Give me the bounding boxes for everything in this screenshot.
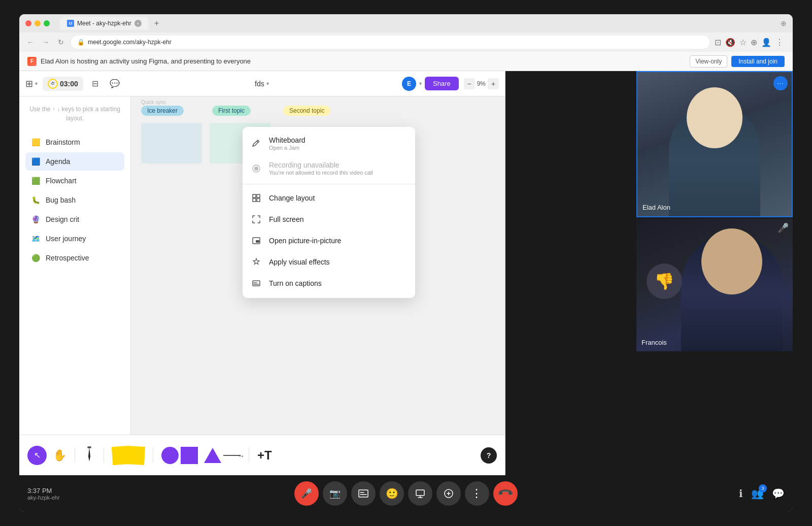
recording-content: Recording unavailable You're not allowed…: [269, 161, 373, 176]
shapes-tool[interactable]: [161, 447, 198, 464]
address-bar[interactable]: 🔒 meet.google.com/aky-hzpk-ehr: [71, 36, 709, 49]
pip-icon: [251, 235, 262, 246]
view-toggle-button[interactable]: ⊟: [88, 77, 103, 91]
emoji-button[interactable]: 🙂: [380, 481, 404, 506]
sidebar-item-design-crit[interactable]: 🔮 Design crit: [25, 210, 124, 228]
shapes-tool-2[interactable]: →: [204, 448, 241, 463]
menu-item-pip[interactable]: Open picture-in-picture: [243, 230, 415, 251]
info-button[interactable]: ℹ: [739, 487, 743, 500]
help-button[interactable]: ?: [481, 447, 497, 464]
zoom-out-button[interactable]: −: [464, 78, 475, 89]
tab-close-button[interactable]: ×: [134, 20, 142, 27]
svg-rect-4: [253, 199, 256, 202]
pen-tool[interactable]: [83, 446, 95, 465]
sidebar-item-user-journey[interactable]: 🗺️ User journey: [25, 229, 124, 248]
hand-icon: ✋: [53, 449, 66, 462]
browser-title-bar: M Meet - aky-hzpk-ehr × + ⊕: [19, 14, 793, 32]
visual-effects-label: Apply visual effects: [269, 258, 330, 266]
figma-left-panel: Use the ↑ ↓ keys to pick a starting layo…: [19, 96, 131, 435]
video-placeholder-1: ··· Elad Alon: [637, 72, 792, 216]
sidebar-item-brainstorm[interactable]: 🟨 Brainstorm: [25, 133, 124, 151]
minimize-button[interactable]: [35, 20, 41, 26]
sidebar-item-bug-bash[interactable]: 🐛 Bug bash: [25, 191, 124, 209]
toolbar-divider-2: [104, 448, 104, 463]
menu-item-change-layout[interactable]: Change layout: [243, 187, 415, 209]
bug-bash-label: Bug bash: [46, 196, 76, 204]
cursor-tool[interactable]: ↖: [27, 446, 47, 465]
full-screen-icon: [251, 214, 262, 225]
elad-options-badge[interactable]: ···: [773, 76, 788, 90]
timer-icon: ⏱: [48, 79, 58, 89]
back-button[interactable]: ←: [25, 38, 36, 46]
whiteboard-subtitle: Open a Jam: [269, 145, 306, 151]
menu-item-whiteboard[interactable]: Whiteboard Open a Jam: [243, 131, 415, 156]
text-icon: +T: [257, 448, 272, 462]
tag-ice-breaker: Ice breaker: [141, 106, 184, 116]
francois-name-label: Francois: [641, 339, 667, 346]
present-button[interactable]: [408, 481, 432, 506]
svg-rect-12: [359, 490, 368, 497]
activities-button[interactable]: [436, 481, 461, 506]
project-name[interactable]: fds ▾: [255, 80, 269, 88]
view-only-button[interactable]: View-only: [690, 55, 727, 68]
menu-item-captions[interactable]: Turn on captions: [243, 273, 415, 294]
cursor-icon: ↖: [34, 450, 41, 460]
mute-button[interactable]: 🎤: [294, 481, 319, 506]
end-call-button[interactable]: 📞: [493, 481, 518, 506]
figma-logo-area[interactable]: ⊞ ▾: [25, 78, 38, 89]
zoom-in-button[interactable]: +: [488, 78, 499, 89]
install-join-button[interactable]: Install and join: [731, 56, 785, 67]
cast-icon[interactable]: ⊡: [715, 38, 721, 47]
forward-button[interactable]: →: [41, 38, 51, 46]
camera-button[interactable]: 📷: [323, 481, 347, 506]
arrow-shape: →: [223, 455, 241, 456]
circle-shape: [161, 447, 179, 464]
timer-text: 03:00: [60, 80, 78, 88]
menu-item-recording: Recording unavailable You're not allowed…: [243, 156, 415, 181]
mute-tab-icon[interactable]: 🔇: [725, 38, 735, 47]
captions-button[interactable]: [351, 481, 376, 506]
reload-button[interactable]: ↻: [56, 38, 66, 46]
zoom-controls: − 9% +: [464, 78, 499, 89]
maximize-button[interactable]: [44, 20, 50, 26]
sidebar-item-agenda[interactable]: 🟦 Agenda: [25, 152, 124, 171]
text-tool[interactable]: +T: [257, 448, 272, 463]
flowchart-icon: 🟩: [30, 176, 41, 186]
active-tab[interactable]: M Meet - aky-hzpk-ehr ×: [60, 17, 149, 30]
timer-display: ⏱ 03:00: [43, 77, 83, 91]
new-tab-button[interactable]: +: [151, 17, 163, 29]
camera-icon: 📷: [329, 488, 341, 499]
stickies-tool[interactable]: [112, 446, 145, 465]
sidebar-item-flowchart[interactable]: 🟩 Flowchart: [25, 172, 124, 190]
recording-label: Recording unavailable: [269, 161, 373, 169]
more-options-button[interactable]: ⋮: [465, 481, 489, 506]
toolbar-divider-4: [249, 448, 249, 463]
avatar-chevron-icon: ▾: [419, 81, 422, 86]
flowchart-label: Flowchart: [46, 177, 77, 185]
address-bar-row: ← → ↻ 🔒 meet.google.com/aky-hzpk-ehr ⊡ 🔇…: [19, 32, 793, 52]
svg-rect-8: [253, 281, 260, 286]
notification-bar: F Elad Alon is hosting an activity using…: [19, 52, 793, 71]
chat-button[interactable]: 💬: [772, 487, 785, 500]
figma-bottom-toolbar: ↖ ✋: [19, 435, 505, 475]
menu-item-visual-effects[interactable]: Apply visual effects: [243, 251, 415, 273]
pip-label: Open picture-in-picture: [269, 237, 341, 245]
retrospective-label: Retrospective: [46, 254, 89, 262]
menu-icon[interactable]: ⋮: [775, 38, 784, 47]
hand-tool[interactable]: ✋: [53, 449, 66, 462]
profile-icon[interactable]: 👤: [761, 38, 771, 47]
extension-icon[interactable]: ⊕: [751, 38, 757, 47]
thumbs-down-icon: 👎: [654, 272, 674, 291]
sidebar-item-retrospective[interactable]: 🟢 Retrospective: [25, 249, 124, 267]
share-button[interactable]: Share: [425, 77, 459, 90]
chat-toggle-button[interactable]: 💬: [108, 77, 122, 91]
menu-item-full-screen[interactable]: Full screen: [243, 209, 415, 230]
content-area: ⊞ ▾ ⏱ 03:00 ⊟ 💬 fds ▾ E ▾: [19, 71, 793, 512]
bug-bash-icon: 🐛: [30, 195, 41, 205]
brainstorm-icon: 🟨: [30, 137, 41, 147]
pen-icon: [83, 446, 95, 463]
close-button[interactable]: [25, 20, 31, 26]
bookmark-icon[interactable]: ☆: [739, 38, 747, 47]
canvas-label: Quick sync: [141, 100, 166, 105]
activities-icon: [443, 488, 454, 499]
